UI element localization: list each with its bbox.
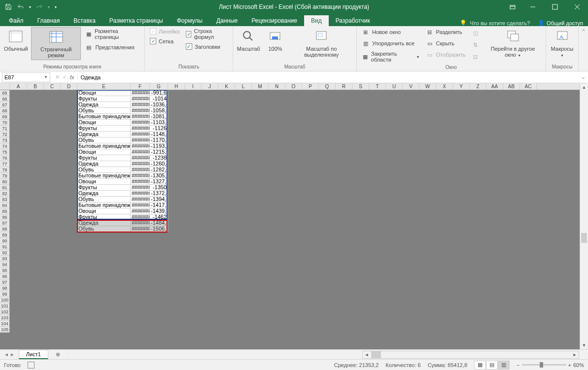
row-header[interactable]: 79 (0, 173, 9, 179)
close-button[interactable] (566, 0, 588, 14)
maximize-button[interactable] (544, 0, 566, 14)
custom-views-button[interactable]: ▤Представления (83, 42, 141, 52)
zoom-slider[interactable] (522, 364, 566, 366)
scroll-left-icon[interactable]: ◄ (363, 352, 371, 357)
zoom-100-button[interactable]: 100% (263, 27, 287, 53)
row-header[interactable]: 77 (0, 161, 9, 167)
row-header[interactable]: 66 (0, 96, 9, 102)
row-header[interactable]: 73 (0, 137, 9, 143)
share-button[interactable]: 👤 Общий доступ (538, 20, 583, 26)
zoom-selection-button[interactable]: Масштаб по выделенному (289, 27, 353, 59)
column-header[interactable]: AC (520, 83, 537, 90)
row-header[interactable]: 80 (0, 179, 9, 185)
tab-home[interactable]: Главная (31, 15, 67, 26)
freeze-panes-button[interactable]: ▦Закрепить области▼ (360, 50, 422, 64)
tab-developer[interactable]: Разработчик (329, 15, 377, 26)
column-header[interactable]: V (403, 83, 419, 90)
row-header[interactable]: 87 (0, 220, 9, 226)
page-layout-shortcut[interactable]: ▤ (486, 361, 498, 370)
vertical-scrollbar[interactable]: ▲ ▼ (580, 83, 588, 349)
redo-dropdown-icon[interactable]: ▼ (46, 1, 51, 12)
tell-me-search[interactable]: 💡 Что вы хотите сделать? (460, 20, 530, 26)
column-header[interactable]: Y (453, 83, 470, 90)
tab-scroll-grip[interactable]: ⋮ (63, 352, 73, 357)
select-all-corner[interactable] (0, 83, 10, 90)
page-break-outline-overflow[interactable] (77, 220, 168, 233)
tab-view[interactable]: Вид (304, 15, 329, 26)
row-header[interactable]: 75 (0, 149, 9, 155)
row-header[interactable]: 72 (0, 132, 9, 137)
column-header[interactable]: H (168, 83, 185, 90)
column-header[interactable]: P (302, 83, 319, 90)
formula-input[interactable]: Одежда (77, 74, 578, 80)
macro-record-icon[interactable] (28, 362, 35, 369)
fx-icon[interactable]: fx (70, 74, 74, 80)
column-header[interactable]: M (252, 83, 269, 90)
page-break-view-button[interactable]: Страничный режим (31, 27, 81, 60)
redo-icon[interactable] (34, 1, 45, 12)
row-header[interactable]: 71 (0, 126, 9, 132)
row-header[interactable]: 67 (0, 102, 9, 108)
column-header[interactable]: J (202, 83, 218, 90)
hide-button[interactable]: ▭Скрыть (424, 38, 468, 48)
row-header[interactable]: 68 (0, 108, 9, 114)
column-header[interactable]: S (352, 83, 369, 90)
horizontal-scrollbar[interactable]: ◄ ► (362, 351, 579, 359)
scroll-up-icon[interactable]: ▲ (580, 83, 588, 91)
column-header[interactable]: D (61, 83, 77, 90)
zoom-level[interactable]: 60% (573, 362, 584, 368)
row-header[interactable]: 101 (0, 303, 9, 309)
tab-layout[interactable]: Разметка страницы (103, 15, 170, 26)
column-header[interactable]: X (436, 83, 453, 90)
column-header[interactable]: AA (486, 83, 503, 90)
switch-windows-button[interactable]: Перейти в другое окно ▼ (484, 27, 543, 60)
column-header[interactable]: W (419, 83, 436, 90)
name-box[interactable]: E87 ▼ (2, 72, 50, 82)
column-header[interactable]: B (27, 83, 44, 90)
tab-data[interactable]: Данные (209, 15, 244, 26)
row-header[interactable]: 103 (0, 315, 9, 321)
column-header[interactable]: G (150, 83, 168, 90)
column-header[interactable]: L (235, 83, 252, 90)
chevron-down-icon[interactable]: ▼ (44, 75, 48, 79)
scroll-thumb[interactable] (581, 233, 587, 243)
column-header[interactable]: C (44, 83, 61, 90)
macros-button[interactable]: Макросы▼ (549, 27, 576, 60)
row-header[interactable]: 86 (0, 214, 9, 220)
row-header[interactable]: 69 (0, 114, 9, 120)
expand-formula-bar-icon[interactable]: ⌄ (578, 74, 588, 80)
tab-insert[interactable]: Вставка (67, 15, 103, 26)
sheet-prev-icon[interactable]: ◄ (4, 352, 9, 357)
sheet-next-icon[interactable]: ► (10, 352, 15, 357)
column-header[interactable]: F (131, 83, 150, 90)
row-header[interactable]: 92 (0, 250, 9, 256)
row-header[interactable]: 78 (0, 167, 9, 173)
collapse-ribbon-icon[interactable]: ^ (579, 26, 588, 34)
page-break-outline[interactable] (77, 90, 168, 220)
column-header[interactable]: T (369, 83, 386, 90)
split-button[interactable]: ⊟Разделить (424, 27, 468, 37)
row-header[interactable]: 91 (0, 244, 9, 250)
column-header[interactable]: Q (319, 83, 336, 90)
zoom-button[interactable]: Масштаб (236, 27, 261, 53)
sheet-tab[interactable]: Лист1 (19, 350, 48, 359)
save-icon[interactable] (3, 1, 14, 12)
page-layout-button[interactable]: ▦Разметка страницы (83, 27, 141, 41)
qat-customize-icon[interactable]: ▼ (53, 1, 59, 12)
tab-file[interactable]: Файл (2, 15, 31, 26)
row-header[interactable]: 96 (0, 273, 9, 279)
gridlines-checkbox[interactable]: ✓Сетка (148, 37, 182, 45)
row-header[interactable]: 102 (0, 309, 9, 315)
row-header[interactable]: 98 (0, 285, 9, 291)
scroll-down-icon[interactable]: ▼ (580, 341, 588, 349)
page-break-shortcut[interactable]: ▥ (498, 361, 510, 370)
row-header[interactable]: 84 (0, 202, 9, 208)
row-header[interactable]: 99 (0, 291, 9, 297)
row-header[interactable]: 76 (0, 155, 9, 161)
column-header[interactable]: K (218, 83, 235, 90)
column-header[interactable]: I (185, 83, 202, 90)
row-header[interactable]: 65 (0, 90, 9, 96)
new-window-button[interactable]: ⊞Новое окно (360, 27, 422, 37)
row-header[interactable]: 104 (0, 321, 9, 327)
formula-bar-checkbox[interactable]: ✓Строка формул (184, 27, 230, 41)
